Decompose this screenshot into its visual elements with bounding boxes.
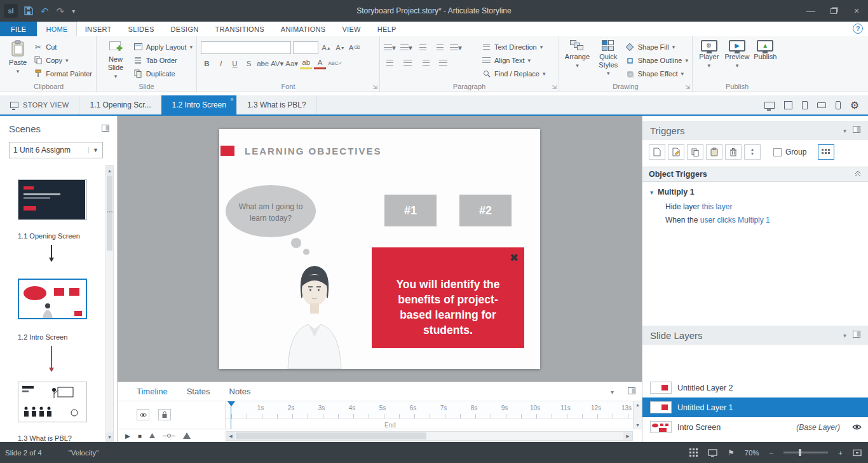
- scroll-up-icon[interactable]: ▲: [635, 403, 640, 407]
- trigger-target-link[interactable]: Multiply 1: [738, 216, 770, 225]
- clear-formatting-button[interactable]: A⌫: [348, 42, 360, 54]
- lock-all-button[interactable]: [158, 409, 171, 420]
- timeline-zoom-slider[interactable]: [163, 436, 175, 436]
- italic-button[interactable]: I: [215, 57, 227, 69]
- customize-qat-chevron-down-icon[interactable]: ▾: [72, 8, 75, 15]
- help-icon[interactable]: ?: [853, 24, 863, 34]
- highlight-color-button[interactable]: ab: [300, 57, 312, 69]
- layer-row-untitled-2[interactable]: Untitled Layer 2: [642, 378, 868, 397]
- feedback-layer-box[interactable]: ✖ You will identify the benefits of proj…: [372, 247, 524, 348]
- timeline-ruler[interactable]: 1s 2s 3s 4s 5s 6s 7s 8s 9s 10s 11s 12s 1…: [226, 401, 633, 419]
- slide-thumbnail-1-3[interactable]: [18, 382, 87, 422]
- panel-options-icon[interactable]: [628, 387, 635, 396]
- chevron-down-icon[interactable]: ▾: [650, 189, 653, 196]
- paste-trigger-button[interactable]: [706, 144, 722, 160]
- justify-button[interactable]: [437, 57, 449, 69]
- zoom-slider-thumb[interactable]: [167, 434, 171, 438]
- ribbon-tab-home[interactable]: HOME: [37, 22, 76, 36]
- scroll-right-icon[interactable]: ▶: [623, 432, 632, 440]
- slide-thumbnail-1-1[interactable]: [18, 179, 87, 220]
- show-hide-all-button[interactable]: [137, 409, 149, 420]
- spell-check-button[interactable]: ABC✓: [328, 57, 342, 69]
- zoom-slider-thumb[interactable]: [799, 449, 801, 456]
- objective-box-2[interactable]: #2: [459, 195, 512, 226]
- ribbon-tab-design[interactable]: DESIGN: [163, 22, 207, 36]
- paragraph-dialog-launcher-icon[interactable]: ⇲: [552, 84, 557, 90]
- panel-options-icon[interactable]: [853, 126, 860, 135]
- grow-font-button[interactable]: A▲: [320, 42, 332, 54]
- panel-options-icon[interactable]: [102, 125, 109, 134]
- desktop-preview-icon[interactable]: [764, 102, 775, 109]
- gear-icon[interactable]: ⚙: [850, 99, 859, 111]
- quick-styles-button[interactable]: Quick Styles ▾: [594, 38, 623, 81]
- shape-fill-button[interactable]: Shape Fill ▾: [625, 41, 688, 52]
- change-case-button[interactable]: Aa▾: [285, 57, 298, 69]
- group-toggle[interactable]: Group: [773, 148, 806, 156]
- format-painter-button[interactable]: Format Painter: [33, 68, 92, 79]
- scroll-down-icon[interactable]: ▼: [635, 423, 640, 427]
- playhead[interactable]: [227, 401, 235, 429]
- publish-button[interactable]: ▲ Publish: [753, 38, 778, 81]
- copy-trigger-button[interactable]: [687, 144, 703, 160]
- panel-options-icon[interactable]: [853, 331, 860, 340]
- scrollbar-thumb[interactable]: [107, 176, 112, 251]
- trigger-action-link[interactable]: this layer: [702, 202, 732, 211]
- eye-icon[interactable]: [852, 424, 862, 431]
- slide-tab-1-2[interactable]: 1.2 Intro Screen ×: [161, 95, 236, 114]
- drawing-dialog-launcher-icon[interactable]: ⇲: [685, 84, 690, 90]
- decrease-indent-button[interactable]: [417, 41, 429, 53]
- flag-icon[interactable]: ⚑: [728, 448, 734, 457]
- reorder-trigger-button[interactable]: ▲▼: [744, 144, 761, 160]
- ribbon-tab-help[interactable]: HELP: [369, 22, 405, 36]
- ribbon-tab-transitions[interactable]: TRANSITIONS: [207, 22, 273, 36]
- paste-button[interactable]: Paste ▾: [5, 38, 31, 81]
- bold-button[interactable]: B: [201, 57, 213, 69]
- tab-order-button[interactable]: Tab Order: [133, 55, 193, 66]
- zoom-in-button[interactable]: +: [838, 449, 843, 457]
- ribbon-tab-slides[interactable]: SLIDES: [120, 22, 163, 36]
- slide-stage[interactable]: LEARNING OBJECTIVES What am I going to l…: [219, 129, 540, 369]
- trigger-group-row[interactable]: ▾ Multiply 1: [642, 182, 868, 198]
- new-trigger-button[interactable]: [649, 144, 665, 160]
- shape-outline-button[interactable]: Shape Outline ▾: [625, 55, 688, 66]
- strikethrough-button[interactable]: abc: [257, 57, 269, 69]
- objective-box-1[interactable]: #1: [384, 195, 437, 226]
- phone-portrait-preview-icon[interactable]: [836, 101, 841, 109]
- shadow-button[interactable]: S: [243, 57, 255, 69]
- trigger-event-link[interactable]: user clicks: [700, 216, 736, 225]
- tablet-preview-icon[interactable]: [784, 101, 792, 109]
- new-slide-button[interactable]: New Slide ▾: [100, 38, 131, 81]
- zoom-out-timeline-icon[interactable]: [149, 433, 155, 438]
- undo-icon[interactable]: ↶: [41, 6, 49, 16]
- chevron-down-icon[interactable]: ▾: [843, 332, 846, 339]
- font-size-combo[interactable]: [293, 41, 318, 54]
- underline-button[interactable]: U: [229, 57, 241, 69]
- zoom-in-timeline-icon[interactable]: [183, 432, 191, 439]
- close-tab-icon[interactable]: ×: [230, 96, 234, 103]
- layer-row-untitled-1[interactable]: Untitled Layer 1: [642, 397, 868, 417]
- tab-timeline[interactable]: Timeline: [137, 387, 168, 396]
- find-replace-button[interactable]: Find / Replace ▾: [482, 68, 545, 79]
- preview-button[interactable]: ▶ Preview ▾: [724, 38, 750, 81]
- slide-tab-1-1[interactable]: 1.1 Opening Scr...: [79, 95, 161, 114]
- timeline-vertical-scrollbar[interactable]: ▲ ▼: [633, 401, 642, 429]
- font-name-combo[interactable]: [201, 41, 291, 54]
- story-view-tab[interactable]: STORY VIEW: [0, 95, 79, 114]
- align-left-button[interactable]: [384, 57, 396, 69]
- shrink-font-button[interactable]: A▼: [334, 42, 346, 54]
- character-illustration[interactable]: [283, 259, 346, 371]
- font-color-button[interactable]: A: [314, 57, 326, 69]
- arrange-button[interactable]: Arrange ▾: [563, 38, 592, 81]
- timeline-horizontal-scrollbar[interactable]: ◀ ▶: [226, 431, 633, 441]
- scene-select-dropdown[interactable]: 1 Unit 6 Assignm ▼: [9, 142, 103, 158]
- slide-tab-1-3[interactable]: 1.3 What is PBL?: [236, 95, 317, 114]
- play-button[interactable]: ▶: [125, 432, 130, 439]
- text-direction-button[interactable]: Text Direction ▾: [482, 41, 545, 52]
- tab-states[interactable]: States: [187, 387, 210, 396]
- tab-notes[interactable]: Notes: [229, 387, 251, 396]
- delete-trigger-button[interactable]: [725, 144, 742, 160]
- chevron-down-icon[interactable]: ▾: [611, 389, 614, 396]
- scroll-left-icon[interactable]: ◀: [226, 432, 235, 440]
- redo-icon[interactable]: ↷: [57, 6, 65, 16]
- numbering-button[interactable]: ▾: [400, 41, 412, 53]
